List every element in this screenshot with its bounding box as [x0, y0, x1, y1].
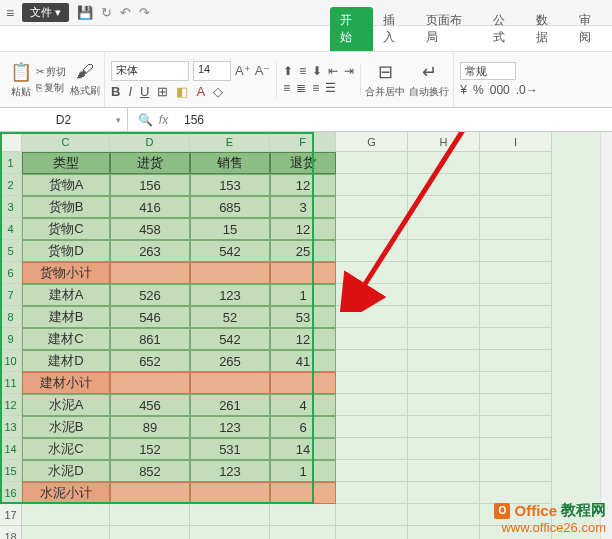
row-header-4[interactable]: 4	[0, 218, 22, 240]
cell-E15[interactable]: 123	[190, 460, 270, 482]
cell-D9[interactable]: 861	[110, 328, 190, 350]
cell-F15[interactable]: 1	[270, 460, 336, 482]
cell-G5[interactable]	[336, 240, 408, 262]
refresh-icon[interactable]: ↻	[101, 5, 112, 20]
col-header-F[interactable]: F	[270, 132, 336, 152]
row-header-1[interactable]: 1	[0, 152, 22, 174]
row-header-16[interactable]: 16	[0, 482, 22, 504]
align-middle-icon[interactable]: ≡	[299, 64, 306, 78]
cell-I9[interactable]	[480, 328, 552, 350]
cell-C3[interactable]: 货物B	[22, 196, 110, 218]
col-header-I[interactable]: I	[480, 132, 552, 152]
cell-G14[interactable]	[336, 438, 408, 460]
cell-C8[interactable]: 建材B	[22, 306, 110, 328]
cell-F1[interactable]: 退货	[270, 152, 336, 174]
format-painter-button[interactable]: 🖌格式刷	[70, 61, 100, 98]
increase-decimal-icon[interactable]: .0→	[516, 83, 538, 97]
fx-icon[interactable]: fx	[159, 113, 168, 127]
redo-icon[interactable]: ↷	[139, 5, 150, 20]
cell-F3[interactable]: 3	[270, 196, 336, 218]
cell-G1[interactable]	[336, 152, 408, 174]
vertical-scrollbar[interactable]	[600, 132, 612, 539]
font-size-select[interactable]: 14	[193, 61, 231, 81]
indent-right-icon[interactable]: ⇥	[344, 64, 354, 78]
cell-I7[interactable]	[480, 284, 552, 306]
cell-I3[interactable]	[480, 196, 552, 218]
menu-icon[interactable]: ≡	[6, 5, 14, 21]
cell-E18[interactable]	[190, 526, 270, 539]
cell-F7[interactable]: 1	[270, 284, 336, 306]
cell-C6[interactable]: 货物小计	[22, 262, 110, 284]
cell-G17[interactable]	[336, 504, 408, 526]
cell-G9[interactable]	[336, 328, 408, 350]
cell-G7[interactable]	[336, 284, 408, 306]
cell-C11[interactable]: 建材小计	[22, 372, 110, 394]
cell-G16[interactable]	[336, 482, 408, 504]
underline-button[interactable]: U	[140, 84, 149, 99]
align-top-icon[interactable]: ⬆	[283, 64, 293, 78]
cell-I5[interactable]	[480, 240, 552, 262]
spreadsheet-grid[interactable]: CDEFGHI 123456789101112131415161718 类型进货…	[0, 132, 612, 539]
tab-formula[interactable]: 公式	[483, 7, 526, 51]
cell-I12[interactable]	[480, 394, 552, 416]
cell-I1[interactable]	[480, 152, 552, 174]
copy-button[interactable]: ⎘复制	[36, 81, 66, 95]
cell-C5[interactable]: 货物D	[22, 240, 110, 262]
col-header-H[interactable]: H	[408, 132, 480, 152]
cell-I15[interactable]	[480, 460, 552, 482]
cell-H9[interactable]	[408, 328, 480, 350]
italic-button[interactable]: I	[128, 84, 132, 99]
decrease-font-icon[interactable]: A⁻	[255, 63, 271, 78]
cell-F14[interactable]: 14	[270, 438, 336, 460]
tab-insert[interactable]: 插入	[373, 7, 416, 51]
cell-D3[interactable]: 416	[110, 196, 190, 218]
number-format-select[interactable]: 常规	[460, 62, 516, 80]
currency-icon[interactable]: ¥	[460, 83, 467, 97]
cell-E8[interactable]: 52	[190, 306, 270, 328]
row-header-7[interactable]: 7	[0, 284, 22, 306]
cell-I8[interactable]	[480, 306, 552, 328]
cell-H11[interactable]	[408, 372, 480, 394]
paste-button[interactable]: 📋粘贴	[10, 61, 32, 99]
cell-C14[interactable]: 水泥C	[22, 438, 110, 460]
search-icon[interactable]: 🔍	[138, 113, 153, 127]
cell-C12[interactable]: 水泥A	[22, 394, 110, 416]
cell-I6[interactable]	[480, 262, 552, 284]
col-header-C[interactable]: C	[22, 132, 110, 152]
cell-E9[interactable]: 542	[190, 328, 270, 350]
save-icon[interactable]: 💾	[77, 5, 93, 20]
cell-F5[interactable]: 25	[270, 240, 336, 262]
border-button[interactable]: ⊞	[157, 84, 168, 99]
cell-H1[interactable]	[408, 152, 480, 174]
col-header-E[interactable]: E	[190, 132, 270, 152]
cell-G2[interactable]	[336, 174, 408, 196]
tab-review[interactable]: 审阅	[569, 7, 612, 51]
merge-center-button[interactable]: ⊟合并居中	[365, 61, 405, 99]
cell-E13[interactable]: 123	[190, 416, 270, 438]
cell-D4[interactable]: 458	[110, 218, 190, 240]
row-header-6[interactable]: 6	[0, 262, 22, 284]
cell-H17[interactable]	[408, 504, 480, 526]
cell-H14[interactable]	[408, 438, 480, 460]
cell-F2[interactable]: 12	[270, 174, 336, 196]
cell-G12[interactable]	[336, 394, 408, 416]
cell-I10[interactable]	[480, 350, 552, 372]
align-left-icon[interactable]: ≡	[283, 81, 290, 95]
cell-D6[interactable]	[110, 262, 190, 284]
cell-C16[interactable]: 水泥小计	[22, 482, 110, 504]
row-header-13[interactable]: 13	[0, 416, 22, 438]
cell-H6[interactable]	[408, 262, 480, 284]
cell-F4[interactable]: 12	[270, 218, 336, 240]
cell-C7[interactable]: 建材A	[22, 284, 110, 306]
col-header-G[interactable]: G	[336, 132, 408, 152]
cell-E11[interactable]	[190, 372, 270, 394]
cell-E10[interactable]: 265	[190, 350, 270, 372]
cell-G4[interactable]	[336, 218, 408, 240]
cell-G3[interactable]	[336, 196, 408, 218]
align-right-icon[interactable]: ≡	[312, 81, 319, 95]
tab-start[interactable]: 开始	[330, 7, 373, 51]
wrap-text-button[interactable]: ↵自动换行	[409, 61, 449, 99]
cells-area[interactable]: 类型进货销售退货货物A15615312货物B4166853货物C4581512货…	[22, 152, 552, 539]
cell-C9[interactable]: 建材C	[22, 328, 110, 350]
row-header-2[interactable]: 2	[0, 174, 22, 196]
